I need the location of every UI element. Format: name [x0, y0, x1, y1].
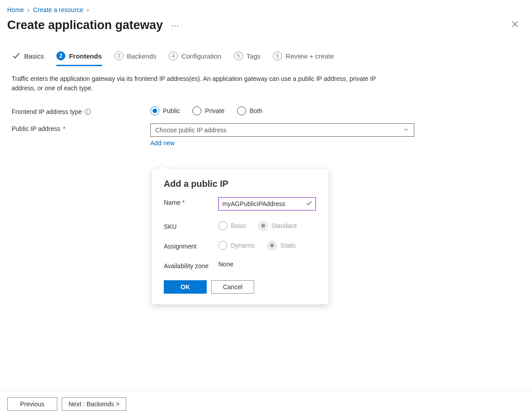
ok-button[interactable]: OK: [164, 280, 207, 294]
radio-assign-dynamic-label: Dynamic: [231, 242, 255, 249]
popup-az-value: None: [218, 261, 233, 268]
add-new-link[interactable]: Add new: [150, 139, 174, 147]
radio-both[interactable]: Both: [237, 106, 263, 115]
radio-sku-basic: Basic: [218, 221, 246, 230]
step-number-icon: 2: [56, 51, 65, 60]
tab-frontends-label: Frontends: [69, 52, 102, 60]
radio-icon: [237, 106, 246, 115]
step-number-icon: 5: [234, 51, 243, 60]
public-ip-label: Public IP address: [12, 125, 60, 132]
wizard-tabs: Basics 2 Frontends 3 Backends 4 Configur…: [7, 51, 523, 66]
check-icon: [306, 200, 312, 208]
step-number-icon: 3: [115, 51, 123, 60]
intro-text: Traffic enters the application gateway v…: [7, 74, 401, 93]
popup-title: Add a public IP: [164, 179, 317, 189]
radio-assign-static-label: Static: [280, 242, 296, 249]
tab-configuration[interactable]: 4 Configuration: [169, 51, 221, 66]
check-icon: [12, 51, 21, 60]
breadcrumb: Home › Create a resource ›: [7, 6, 523, 13]
chevron-down-icon: [403, 126, 409, 134]
tab-review[interactable]: 6 Review + create: [273, 51, 334, 66]
radio-icon: [218, 241, 227, 250]
next-button[interactable]: Next : Backends >: [62, 397, 126, 411]
frontend-ip-type-radio-group: Public Private Both: [150, 106, 414, 115]
tab-basics[interactable]: Basics: [12, 51, 44, 66]
tab-configuration-label: Configuration: [181, 52, 221, 60]
info-icon[interactable]: i: [85, 109, 91, 115]
radio-icon: [259, 221, 268, 230]
close-icon[interactable]: [509, 18, 521, 33]
more-actions-icon[interactable]: ⋯: [171, 21, 179, 30]
page-title: Create application gateway: [7, 18, 163, 32]
popup-name-input[interactable]: [218, 197, 316, 211]
radio-assign-static: Static: [268, 241, 296, 250]
popup-assignment-label: Assignment: [164, 243, 196, 250]
cancel-button[interactable]: Cancel: [211, 280, 254, 294]
public-ip-select-placeholder: Choose public IP address: [155, 126, 226, 134]
radio-assign-dynamic: Dynamic: [218, 241, 255, 250]
tab-backends[interactable]: 3 Backends: [115, 51, 157, 66]
step-number-icon: 4: [169, 51, 178, 60]
wizard-footer: Previous Next : Backends >: [0, 391, 532, 417]
tab-backends-label: Backends: [127, 52, 157, 60]
radio-sku-basic-label: Basic: [231, 222, 246, 229]
add-public-ip-popup: Add a public IP Name * SKU: [152, 169, 328, 304]
radio-public[interactable]: Public: [150, 106, 180, 115]
popup-sku-label: SKU: [164, 223, 177, 230]
previous-button[interactable]: Previous: [7, 397, 57, 411]
popup-az-label: Availability zone: [164, 262, 209, 270]
tab-tags[interactable]: 5 Tags: [234, 51, 261, 66]
radio-sku-standard-label: Standard: [271, 222, 297, 229]
radio-icon: [150, 106, 159, 115]
step-number-icon: 6: [273, 51, 282, 60]
radio-icon: [218, 221, 227, 230]
breadcrumb-sep-icon: ›: [27, 6, 30, 13]
radio-private-label: Private: [205, 107, 225, 114]
tab-basics-label: Basics: [24, 52, 44, 60]
radio-both-label: Both: [250, 107, 263, 114]
radio-icon: [192, 106, 201, 115]
radio-private[interactable]: Private: [192, 106, 225, 115]
breadcrumb-create-resource[interactable]: Create a resource: [33, 6, 83, 13]
required-icon: *: [182, 199, 184, 206]
tab-review-label: Review + create: [285, 52, 334, 60]
callout-beak-icon: [158, 164, 168, 175]
breadcrumb-home[interactable]: Home: [7, 6, 24, 13]
breadcrumb-sep-icon: ›: [87, 6, 89, 13]
radio-public-label: Public: [163, 107, 180, 114]
tab-tags-label: Tags: [247, 52, 261, 60]
radio-icon: [268, 241, 277, 250]
popup-name-label: Name: [164, 199, 180, 206]
frontend-ip-type-label: Frontend IP address type: [12, 108, 82, 115]
tab-frontends[interactable]: 2 Frontends: [56, 51, 102, 66]
radio-sku-standard: Standard: [259, 221, 297, 230]
public-ip-select[interactable]: Choose public IP address: [150, 123, 414, 137]
required-icon: *: [63, 125, 65, 132]
